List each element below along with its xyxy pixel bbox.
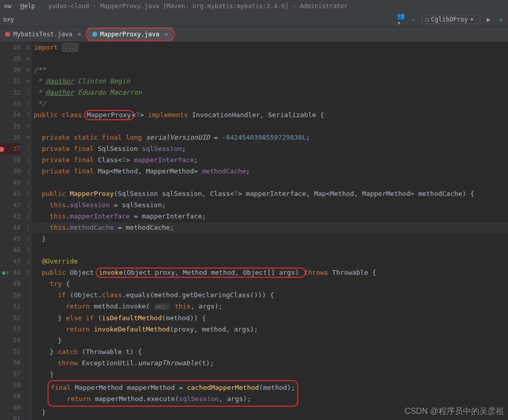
fold-badge[interactable]: ... [62,43,78,52]
highlight-mapperproxy: MapperProxy [84,110,134,120]
line-number[interactable]: 37 [0,143,20,154]
highlight-block: final MapperMethod mapperMethod = cached… [48,380,298,407]
line-number[interactable]: 60 [0,402,20,413]
line-number[interactable]: ●↑ 48 [0,267,20,278]
close-icon[interactable]: × [78,31,81,38]
line-number[interactable]: 35 [0,121,20,132]
line-number[interactable]: 30 [0,64,20,76]
config-name: CglibDProy [431,16,468,23]
line-number[interactable]: 18 [0,42,20,53]
gutter[interactable]: 18 29 30 31 32 33 34 35 36 37 38 39 40 4… [0,42,25,420]
line-number[interactable]: 52 [0,312,20,323]
line-number[interactable]: 31 [0,76,20,87]
line-number[interactable]: 41 [0,188,20,200]
tab-label: MybatisTest.java [13,31,73,38]
line-number[interactable]: 45 [0,233,20,245]
line-number[interactable]: 58 [0,380,20,391]
line-number[interactable]: 61 [0,413,20,420]
line-number[interactable]: 43 [0,211,20,222]
run-config-selector[interactable]: ◻ CglibDProy ▾ [422,15,480,24]
line-number[interactable]: 49 [0,278,20,290]
title-bar: ow Help yudao-cloud - MapperProxy.java [… [0,0,508,12]
code-area[interactable]: import ... /** * @author Clinton Begin *… [32,42,508,420]
breadcrumb[interactable]: oxy [3,16,14,23]
chevron-down-icon: ▾ [470,16,474,23]
line-number[interactable]: 42 [0,200,20,211]
file-icon [92,32,97,37]
editor-tabs: MybatisTest.java × MapperProxy.java × [0,27,508,42]
line-number[interactable]: 36 [0,132,20,143]
tab-mapperproxy[interactable]: MapperProxy.java × [87,27,174,41]
line-number[interactable]: 56 [0,357,20,368]
line-number[interactable]: 47 [0,256,20,267]
run-icon[interactable]: ▶ [484,15,493,24]
tab-label: MapperProxy.java [100,31,160,38]
breakpoint-icon[interactable] [0,147,4,152]
menu-help[interactable]: Help [20,3,35,10]
close-icon[interactable]: × [164,31,168,38]
parameter-hint: obj: [154,303,171,310]
line-number[interactable]: 51 [0,301,20,312]
line-number[interactable]: 54 [0,335,20,346]
line-number[interactable]: 29 [0,53,20,64]
line-number[interactable]: 40 [0,177,20,188]
source-code[interactable]: import ... /** * @author Clinton Begin *… [34,42,508,418]
fold-column[interactable]: ⊟⊟⊟⊟│││⊤⊟│││││││││││⊤ [25,42,32,420]
line-number[interactable]: 50 [0,290,20,301]
line-number[interactable]: 33 [0,98,20,109]
line-number[interactable]: 32 [0,87,20,98]
line-number[interactable]: 39 [0,166,20,177]
line-number[interactable]: 38 [0,154,20,166]
line-number[interactable]: 57 [0,368,20,380]
window-title: yudao-cloud - MapperProxy.java [Maven: o… [49,0,504,12]
editor: 18 29 30 31 32 33 34 35 36 37 38 39 40 4… [0,42,508,420]
line-number[interactable]: 53 [0,323,20,335]
menu-window[interactable]: ow [4,3,11,10]
gear-icon[interactable]: ✲ [497,15,505,24]
file-icon [5,32,10,37]
users-icon[interactable]: 👥▾ [397,15,405,24]
line-number[interactable]: 34 [0,109,20,121]
line-number[interactable]: 59 [0,391,20,402]
menu-bar[interactable]: ow Help [4,0,40,9]
line-number[interactable]: 46 [0,245,20,256]
hammer-icon[interactable]: ↖ [409,15,417,24]
config-icon: ◻ [425,16,429,23]
toolbar: oxy 👥▾ ↖ ◻ CglibDProy ▾ ▶ ✲ [0,12,508,27]
line-number[interactable]: 44 [0,222,20,233]
tab-mybatistest[interactable]: MybatisTest.java × [0,27,87,41]
line-number[interactable]: 55 [0,346,20,357]
highlight-invoke: invoke(Object proxy, Method method, Obje… [96,268,306,278]
